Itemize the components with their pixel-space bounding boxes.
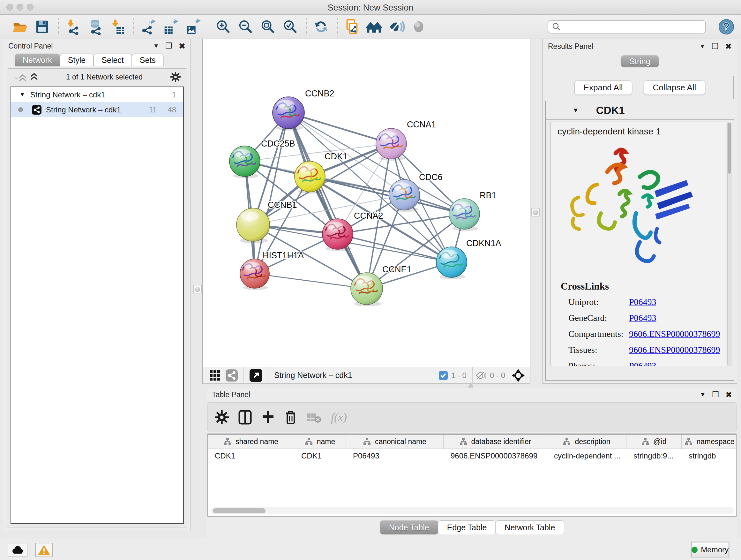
tab-select[interactable]: Select — [93, 54, 131, 66]
export-table-icon[interactable] — [161, 18, 179, 36]
hide-selected-eye-slash-icon[interactable] — [387, 18, 405, 36]
birds-eye-view-icon[interactable] — [209, 369, 221, 381]
panel-collapse-icon[interactable]: ▼ — [700, 391, 706, 398]
network-collection-row[interactable]: ▼ String Network – cdk1 1 — [11, 87, 183, 102]
network-edge[interactable] — [255, 273, 367, 289]
network-node-label: CCNA1 — [407, 120, 436, 129]
crosslink-tissues-link[interactable]: 9606.ENSP00000378699 — [629, 345, 720, 355]
export-image-icon[interactable] — [184, 18, 202, 36]
selected-checkbox-icon[interactable] — [439, 371, 448, 380]
string-home-icon[interactable] — [365, 18, 383, 36]
refresh-view-icon[interactable] — [312, 18, 330, 36]
import-network-database-icon[interactable] — [86, 18, 104, 36]
column-header-4[interactable]: description — [547, 435, 626, 449]
crosslink-pharos-link[interactable]: P06493 — [629, 361, 657, 366]
table-cell[interactable]: CDK1 — [294, 451, 346, 460]
network-edge[interactable] — [288, 113, 367, 289]
panel-collapse-icon[interactable]: ▼ — [153, 43, 159, 50]
tab-network-table[interactable]: Network Table — [495, 520, 564, 535]
crosslink-genecard-link[interactable]: P06493 — [629, 313, 657, 323]
collapse-networks-icon[interactable] — [30, 72, 38, 82]
column-header-6[interactable]: namespace — [682, 435, 737, 449]
import-network-file-icon[interactable] — [64, 18, 82, 36]
network-options-gear-icon[interactable] — [171, 72, 181, 82]
save-session-icon[interactable] — [33, 18, 51, 36]
zoom-out-icon[interactable] — [237, 18, 255, 36]
show-all-eye-icon[interactable] — [410, 18, 428, 36]
clone-network-icon[interactable] — [343, 18, 360, 36]
crosslink-label: Compartments: — [568, 329, 629, 339]
network-share-icon — [32, 105, 42, 115]
expand-all-networks-icon[interactable] — [18, 72, 27, 82]
network-edge[interactable] — [255, 113, 288, 273]
tab-sets[interactable]: Sets — [132, 54, 164, 66]
open-session-icon[interactable] — [11, 18, 29, 36]
table-horizontal-scrollbar[interactable] — [210, 507, 734, 514]
export-network-icon[interactable] — [139, 18, 157, 36]
column-header-5[interactable]: @id — [626, 435, 682, 449]
table-options-gear-icon[interactable] — [215, 410, 229, 424]
help-button[interactable]: ? — [718, 18, 735, 36]
delete-column-icon[interactable] — [284, 410, 297, 425]
column-header-0[interactable]: shared name — [208, 435, 294, 449]
left-splitter-handle[interactable] — [193, 285, 202, 294]
table-cell[interactable]: 9606.ENSP00000378699 — [444, 451, 547, 460]
table-cell[interactable]: cyclin-dependent ... — [547, 451, 626, 460]
network-selection-status: 1 of 1 Network selected — [38, 73, 171, 81]
window-title: Session: New Session — [0, 3, 741, 13]
column-header-label: description — [575, 437, 610, 446]
tree-expand-icon[interactable]: ▼ — [19, 91, 25, 98]
add-column-icon[interactable] — [261, 411, 275, 424]
panel-float-icon[interactable]: ❒ — [712, 391, 719, 398]
warning-status-button[interactable] — [35, 543, 53, 557]
collapse-all-networks-icon[interactable]: ⌄ — [14, 73, 18, 81]
table-row[interactable]: CDK1CDK1P064939606.ENSP00000378699cyclin… — [208, 449, 736, 462]
import-table-file-icon[interactable] — [109, 18, 126, 36]
search-input[interactable] — [561, 22, 695, 31]
show-columns-icon[interactable] — [239, 410, 252, 425]
table-cell[interactable]: stringdb:9... — [626, 451, 682, 460]
expand-all-button[interactable]: Expand All — [575, 80, 632, 95]
search-box[interactable] — [548, 20, 706, 34]
network-canvas[interactable]: CCNB2CCNA1CDC25BCDK1CDC6RB1CCNB1CCNA2CDK… — [203, 39, 530, 367]
results-scrollbar[interactable] — [727, 122, 731, 366]
memory-button[interactable]: Memory — [691, 542, 729, 557]
protein-collapse-icon[interactable]: ▼ — [572, 107, 579, 114]
column-header-label: shared name — [235, 437, 278, 446]
crosslink-compartments-link[interactable]: 9606.ENSP00000378699 — [629, 329, 720, 339]
crosslink-uniprot-link[interactable]: P06493 — [629, 297, 657, 307]
panel-float-icon[interactable]: ❒ — [165, 42, 173, 50]
crosslink-label: Tissues: — [568, 345, 629, 355]
node-table[interactable]: shared namenamecanonical namedatabase id… — [207, 434, 737, 516]
table-cell[interactable]: stringdb — [682, 451, 737, 460]
network-thumbnail-share-icon[interactable] — [226, 369, 238, 381]
right-splitter-handle[interactable] — [531, 208, 540, 216]
tab-node-table[interactable]: Node Table — [380, 520, 439, 535]
column-header-3[interactable]: database identifier — [444, 435, 547, 449]
open-in-new-window-icon[interactable] — [250, 369, 262, 382]
pan-tool-icon[interactable] — [512, 369, 525, 382]
table-cell[interactable]: P06493 — [346, 451, 444, 460]
panel-collapse-icon[interactable]: ▼ — [699, 43, 705, 50]
panel-close-icon[interactable]: ✖ — [725, 42, 732, 51]
crosslink-label: Pharos: — [568, 361, 629, 366]
warning-icon — [38, 545, 50, 555]
table-cell[interactable]: CDK1 — [208, 451, 294, 460]
tab-string[interactable]: String — [621, 55, 659, 67]
panel-float-icon[interactable]: ❒ — [712, 43, 719, 50]
panel-close-icon[interactable]: ✖ — [725, 390, 732, 399]
tab-style[interactable]: Style — [60, 54, 94, 66]
zoom-selected-icon[interactable] — [281, 18, 299, 36]
column-header-2[interactable]: canonical name — [346, 435, 444, 449]
memory-status-dot — [691, 547, 697, 553]
zoom-fit-icon[interactable] — [259, 18, 277, 36]
tab-edge-table[interactable]: Edge Table — [438, 520, 496, 535]
tab-network[interactable]: Network — [15, 54, 60, 66]
network-node-label: RB1 — [480, 191, 496, 200]
collapse-all-button[interactable]: Collapse All — [644, 80, 705, 95]
network-row-selected[interactable]: String Network – cdk1 11 48 — [11, 102, 183, 117]
column-header-1[interactable]: name — [294, 435, 346, 449]
panel-close-icon[interactable]: ✖ — [179, 42, 185, 51]
zoom-in-icon[interactable] — [214, 18, 232, 36]
cloud-status-button[interactable] — [8, 543, 27, 557]
